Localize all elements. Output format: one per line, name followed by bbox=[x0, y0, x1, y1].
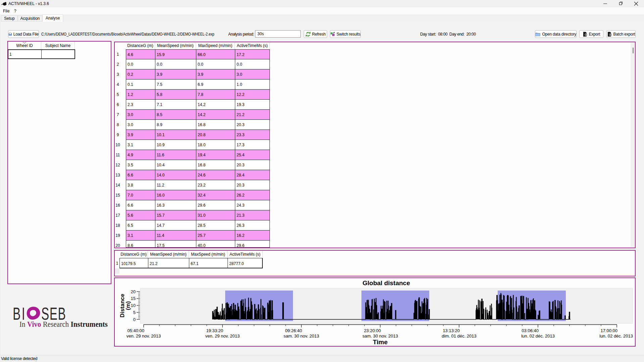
svg-text:Time: Time bbox=[373, 339, 388, 346]
svg-text:19:33:20: 19:33:20 bbox=[206, 328, 223, 333]
svg-text:In Vivo Research Instruments: In Vivo Research Instruments bbox=[19, 319, 108, 328]
svg-text:sam. 30 nov. 2013: sam. 30 nov. 2013 bbox=[284, 333, 319, 339]
svg-text:sam. 30 nov. 2013: sam. 30 nov. 2013 bbox=[362, 333, 398, 339]
svg-text:05:40:00: 05:40:00 bbox=[127, 328, 144, 333]
svg-text:lun. 02 déc. 2013: lun. 02 déc. 2013 bbox=[521, 333, 555, 339]
svg-text:ven. 29 nov. 2013: ven. 29 nov. 2013 bbox=[127, 333, 161, 339]
svg-text:20: 20 bbox=[131, 289, 136, 294]
svg-text:23:20:00: 23:20:00 bbox=[364, 328, 381, 333]
svg-text:lun. 02 déc. 2013: lun. 02 déc. 2013 bbox=[599, 333, 633, 339]
svg-text:13:13:20: 13:13:20 bbox=[443, 328, 460, 333]
svg-text:17:00:00: 17:00:00 bbox=[600, 328, 617, 333]
svg-text:dim. 01 déc. 2013: dim. 01 déc. 2013 bbox=[442, 333, 476, 339]
svg-text:03:06:40: 03:06:40 bbox=[522, 328, 539, 333]
svg-text:09:26:40: 09:26:40 bbox=[285, 328, 302, 333]
svg-text:(m): (m) bbox=[125, 301, 131, 310]
svg-text:0: 0 bbox=[133, 317, 136, 322]
svg-text:ven. 29 nov. 2013: ven. 29 nov. 2013 bbox=[205, 333, 240, 339]
svg-text:10: 10 bbox=[131, 303, 136, 308]
svg-text:15: 15 bbox=[131, 296, 136, 301]
svg-text:5: 5 bbox=[133, 310, 136, 315]
svg-text:Global distance: Global distance bbox=[362, 279, 410, 287]
